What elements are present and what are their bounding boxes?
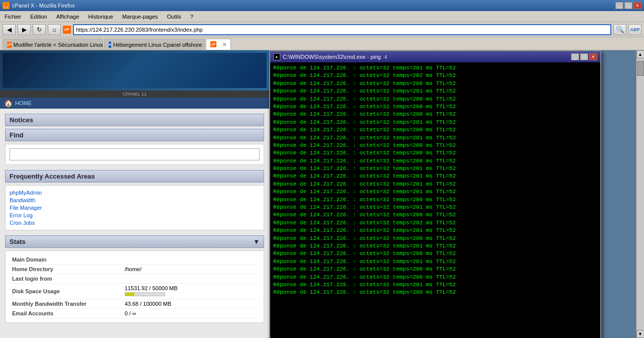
find-input[interactable]: [10, 148, 260, 160]
menu-marque-pages[interactable]: Marque-pages: [120, 13, 160, 20]
tab-favicon-1: H: [109, 42, 111, 48]
stats-row-main-domain: Main Domain: [10, 255, 260, 265]
stats-row-home-dir: Home Directory /home/: [10, 265, 260, 274]
forward-button[interactable]: ▶: [18, 24, 31, 35]
cmd-line: Réponse de 124.217.226. : octets=32 temp…: [273, 126, 597, 134]
tab-close-2[interactable]: ✕: [222, 42, 226, 47]
search-button[interactable]: 🔍: [613, 24, 626, 35]
cmd-line: Réponse de 124.217.226. : octets=32 temp…: [273, 188, 597, 196]
content-area: CPANEL 11 🏠 HOME Notices Find: [0, 50, 644, 338]
menu-outils[interactable]: Outils: [165, 13, 183, 20]
cmd-line: Réponse de 124.217.226. : octets=32 temp…: [273, 242, 597, 250]
cmd-line: Réponse de 124.217.226. : octets=32 temp…: [273, 281, 597, 289]
link-file-manager[interactable]: File Manager: [10, 205, 260, 211]
cmd-line: Réponse de 124.217.226. : octets=32 temp…: [273, 227, 597, 234]
stats-val-main-domain: [122, 255, 260, 265]
cpanel-header: [0, 50, 269, 91]
menu-fichier[interactable]: Fichier: [3, 13, 23, 20]
stats-section: Stats ▼ Main Domain Home Directory /home…: [5, 235, 264, 323]
cmd-close-button[interactable]: ✕: [589, 53, 597, 60]
cmd-window: ▪ C:\WINDOWS\system32\cmd.exe - ping -t …: [269, 50, 601, 338]
freq-links-list: phpMyAdmin Bandwidth File Manager Error …: [10, 190, 260, 226]
firefox-window: 🦊 cPanel X - Mozilla Firefox _ □ ✕ Fichi…: [0, 0, 644, 338]
home-button[interactable]: ⌂: [48, 24, 61, 35]
adblock-button[interactable]: ABP: [628, 24, 641, 35]
cmd-line: Réponse de 124.217.226. : octets=32 temp…: [273, 64, 597, 72]
cmd-line: Réponse de 124.217.226. : octets=32 temp…: [273, 289, 597, 296]
cmd-line: Réponse de 124.217.226. : octets=32 temp…: [273, 149, 597, 157]
menu-historique[interactable]: Historique: [86, 13, 115, 20]
cmd-line: Réponse de 124.217.226. : octets=32 temp…: [273, 274, 597, 281]
stats-val-email: 0 / ∞: [122, 309, 260, 318]
cmd-content[interactable]: Réponse de 124.217.226. : octets=32 temp…: [270, 62, 600, 338]
cmd-line: Réponse de 124.217.226. : octets=32 temp…: [273, 165, 597, 173]
notices-header[interactable]: Notices: [5, 114, 264, 126]
address-input[interactable]: [73, 24, 611, 35]
cmd-line: Réponse de 124.217.226. : octets=32 temp…: [273, 119, 597, 126]
stats-key-bandwidth: Monthly Bandwidth Transfer: [10, 299, 122, 309]
cmd-line: Réponse de 124.217.226. : octets=32 temp…: [273, 173, 597, 180]
toolbar: ◀ ▶ ↻ ⌂ cP 🔍 ABP: [0, 22, 644, 37]
stats-header[interactable]: Stats ▼: [5, 235, 264, 248]
stats-row-email: Email Accounts 0 / ∞: [10, 309, 260, 318]
firefox-icon: 🦊: [3, 2, 10, 9]
title-bar: 🦊 cPanel X - Mozilla Firefox _ □ ✕: [0, 0, 644, 11]
scroll-up-button[interactable]: ▲: [636, 50, 645, 58]
find-section: Find: [5, 129, 264, 165]
notices-section: Notices: [5, 114, 264, 126]
back-button[interactable]: ◀: [3, 24, 16, 35]
cmd-line: Réponse de 124.217.226. : octets=32 temp…: [273, 219, 597, 227]
cmd-line: Réponse de 124.217.226. : octets=32 temp…: [273, 157, 597, 165]
cmd-line: Réponse de 124.217.226. : octets=32 temp…: [273, 204, 597, 211]
browser-scrollbar: ▲ ▼: [636, 50, 644, 338]
link-bandwidth[interactable]: Bandwidth: [10, 197, 260, 203]
menu-edition[interactable]: Edition: [28, 13, 49, 20]
stats-key-email: Email Accounts: [10, 309, 122, 318]
cmd-ping-flag: -t: [383, 54, 387, 60]
link-cron-jobs[interactable]: Cron Jobs: [10, 220, 260, 226]
frequently-accessed-header[interactable]: Frequently Accessed Areas: [5, 170, 264, 183]
tab-favicon-2: cP: [210, 41, 216, 47]
minimize-button[interactable]: _: [615, 2, 623, 9]
stats-content: Main Domain Home Directory /home/ Last l…: [5, 250, 264, 323]
tab-0[interactable]: cP Modifier l'article < Sécurisation Lin…: [3, 39, 103, 50]
cmd-line: Réponse de 124.217.226. : octets=32 temp…: [273, 235, 597, 242]
tab-2[interactable]: cP ✕: [206, 39, 231, 50]
scroll-thumb[interactable]: [637, 61, 644, 76]
find-label: Find: [10, 131, 23, 139]
version-badge: CPANEL 11: [0, 91, 269, 98]
tab-1[interactable]: H Hébergement Linux Cpanel offshore Shin…: [104, 39, 205, 50]
close-button[interactable]: ✕: [633, 2, 641, 9]
stats-val-home-dir: /home/: [122, 265, 260, 274]
stats-row-bandwidth: Monthly Bandwidth Transfer 43.68 / 10000…: [10, 299, 260, 309]
cpanel-header-image: [3, 53, 267, 88]
cmd-restore-button[interactable]: □: [580, 53, 588, 60]
find-header[interactable]: Find: [5, 129, 264, 141]
cpanel-nav: 🏠 HOME: [0, 98, 269, 109]
disk-progress-fill: [125, 293, 134, 296]
cmd-line: Réponse de 124.217.226. : octets=32 temp…: [273, 250, 597, 258]
link-phpmyadmin[interactable]: phpMyAdmin: [10, 190, 260, 196]
cmd-line: Réponse de 124.217.226. : octets=32 temp…: [273, 142, 597, 149]
cmd-line: Réponse de 124.217.226. : octets=32 temp…: [273, 266, 597, 273]
stats-val-disk-space: 11531.92 / 50000 MB: [122, 284, 260, 299]
reload-button[interactable]: ↻: [33, 24, 46, 35]
window-title: cPanel X - Mozilla Firefox: [12, 3, 75, 9]
title-bar-controls: _ □ ✕: [615, 2, 641, 9]
frequently-accessed-section: Frequently Accessed Areas phpMyAdmin Ban…: [5, 170, 264, 230]
cmd-line: Réponse de 124.217.226. : octets=32 temp…: [273, 88, 597, 95]
nav-home-label[interactable]: HOME: [15, 100, 32, 106]
disk-progress-bar: [125, 292, 165, 296]
cmd-minimize-button[interactable]: _: [571, 53, 579, 60]
cpanel-frame: CPANEL 11 🏠 HOME Notices Find: [0, 50, 269, 338]
menu-affichage[interactable]: Affichage: [54, 13, 82, 20]
cpanel-main-content: Notices Find Frequently Accessed Areas: [0, 109, 269, 338]
link-error-log[interactable]: Error Log: [10, 212, 260, 218]
menu-bar: Fichier Edition Affichage Historique Mar…: [0, 11, 644, 22]
scroll-down-button[interactable]: ▼: [636, 330, 645, 338]
menu-help[interactable]: ?: [188, 13, 195, 20]
cmd-line: Réponse de 124.217.226. : octets=32 temp…: [273, 211, 597, 219]
restore-button[interactable]: □: [624, 2, 632, 9]
stats-key-disk-space: Disk Space Usage: [10, 284, 122, 299]
cmd-title-left: ▪ C:\WINDOWS\system32\cmd.exe - ping -t: [273, 53, 387, 60]
